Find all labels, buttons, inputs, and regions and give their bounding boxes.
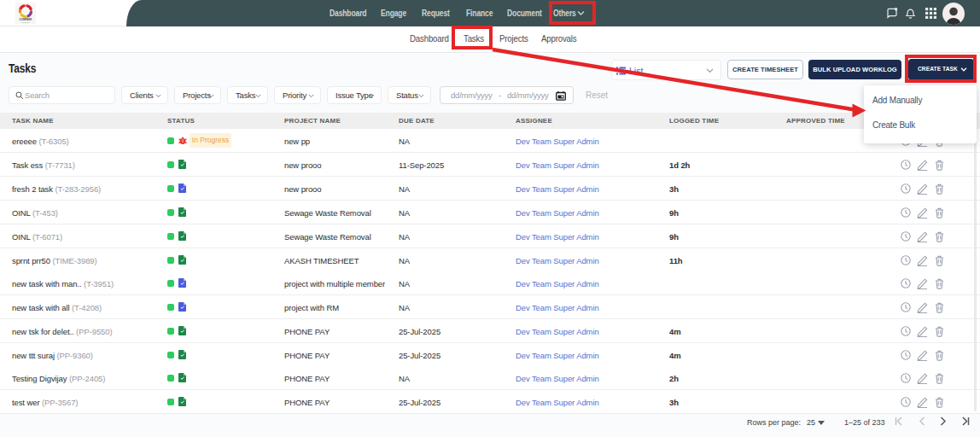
svg-text:community: community bbox=[21, 21, 30, 23]
